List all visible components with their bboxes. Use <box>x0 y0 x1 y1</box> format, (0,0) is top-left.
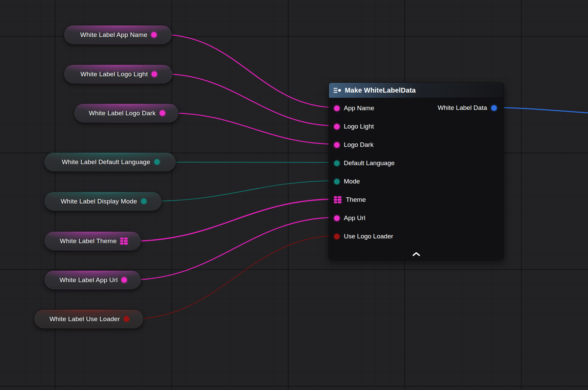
input-pin-string[interactable] <box>334 105 340 111</box>
node-make-whitelabeldata[interactable]: Make WhiteLabelData App Name Logo Light … <box>329 82 504 259</box>
input-pin-string[interactable] <box>334 142 340 148</box>
input-row-app-url: App Url <box>329 209 504 227</box>
wire-app-name[interactable] <box>162 35 337 108</box>
output-pin-string[interactable] <box>160 110 165 116</box>
wire-default-language[interactable] <box>166 162 337 162</box>
node-label: White Label App Name <box>80 31 147 39</box>
node-label: White Label App Url <box>60 276 118 284</box>
output-pin-struct[interactable] <box>120 238 128 245</box>
wire-logo-dark[interactable] <box>169 113 337 144</box>
blueprint-graph-canvas[interactable]: White Label App Name White Label Logo Li… <box>0 0 588 390</box>
input-row-logo-dark: Logo Dark <box>329 136 504 154</box>
chevron-up-icon <box>412 252 421 256</box>
node-get-white-label-logo-dark[interactable]: White Label Logo Dark <box>74 103 179 123</box>
input-pin-struct[interactable] <box>334 196 342 203</box>
output-pin-string[interactable] <box>151 32 157 38</box>
wire-use-loader[interactable] <box>133 236 337 319</box>
node-label: White Label Logo Light <box>81 71 148 78</box>
pin-label: Use Logo Loader <box>344 233 393 240</box>
output-row-white-label-data: White Label Data <box>438 102 497 114</box>
node-label: White Label Use Loader <box>49 315 120 323</box>
node-label: White Label Theme <box>60 237 117 245</box>
input-pin-bool[interactable] <box>334 234 340 239</box>
pin-label: Logo Dark <box>344 141 374 149</box>
input-row-logo-light: Logo Light <box>329 117 504 136</box>
node-get-white-label-default-language[interactable]: White Label Default Language <box>44 152 176 172</box>
wire-display-mode[interactable] <box>152 181 337 201</box>
node-get-white-label-theme[interactable]: White Label Theme <box>44 231 141 251</box>
node-label: White Label Logo Dark <box>89 110 155 117</box>
input-pin-rows: App Name Logo Light Logo Dark Default La… <box>329 98 504 246</box>
output-pin-enum[interactable] <box>141 198 147 204</box>
node-label: White Label Default Language <box>62 158 150 166</box>
pin-label: App Url <box>344 214 365 222</box>
node-get-white-label-use-loader[interactable]: White Label Use Loader <box>34 309 144 329</box>
input-pin-string[interactable] <box>334 124 340 130</box>
wire-white-label-data[interactable] <box>495 108 588 113</box>
make-struct-icon <box>333 87 341 93</box>
node-get-white-label-display-mode[interactable]: White Label Display Mode <box>44 192 162 211</box>
pin-label: Theme <box>346 196 366 203</box>
pin-label: Logo Light <box>344 123 374 130</box>
pin-label: White Label Data <box>438 104 487 112</box>
wire-theme[interactable] <box>131 199 337 241</box>
output-pin-string[interactable] <box>121 277 127 283</box>
input-pin-enum[interactable] <box>334 179 340 184</box>
node-get-white-label-logo-light[interactable]: White Label Logo Light <box>64 64 173 84</box>
output-pin-bool[interactable] <box>124 316 129 322</box>
node-get-white-label-app-url[interactable]: White Label App Url <box>44 270 141 290</box>
input-pin-enum[interactable] <box>334 160 340 166</box>
collapse-chevron-button[interactable] <box>408 250 424 258</box>
output-pin-string[interactable] <box>151 71 157 77</box>
output-pin-struct[interactable] <box>491 105 497 111</box>
pin-label: Mode <box>344 178 360 185</box>
wire-app-url[interactable] <box>131 217 337 280</box>
pin-label: App Name <box>344 104 374 112</box>
node-header[interactable]: Make WhiteLabelData <box>329 83 504 98</box>
input-row-theme: Theme <box>329 191 504 209</box>
node-title: Make WhiteLabelData <box>345 86 416 94</box>
input-row-mode: Mode <box>329 172 504 191</box>
output-pin-enum[interactable] <box>154 159 160 165</box>
input-row-default-language: Default Language <box>329 154 504 172</box>
input-pin-string[interactable] <box>334 215 340 221</box>
wire-logo-light[interactable] <box>163 74 337 126</box>
pin-label: Default Language <box>344 159 395 167</box>
node-label: White Label Display Mode <box>61 198 137 205</box>
node-get-white-label-app-name[interactable]: White Label App Name <box>64 25 172 44</box>
input-row-use-logo-loader: Use Logo Loader <box>329 227 504 246</box>
